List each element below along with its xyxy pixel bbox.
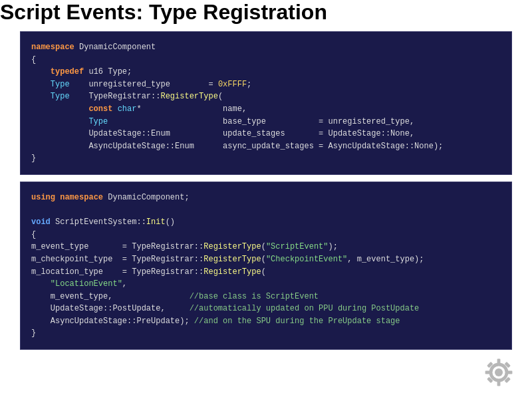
svg-rect-3 bbox=[485, 371, 491, 374]
code-text-2: using namespace DynamicComponent; void S… bbox=[31, 192, 501, 340]
svg-rect-2 bbox=[497, 380, 501, 386]
gear-icon bbox=[479, 352, 519, 392]
code-block-1: namespace DynamicComponent { typedef u16… bbox=[20, 31, 512, 175]
code-text-1: namespace DynamicComponent { typedef u16… bbox=[31, 41, 501, 165]
page-title: Script Events: Type Registration bbox=[0, 0, 532, 25]
svg-rect-1 bbox=[497, 359, 501, 364]
content-area: namespace DynamicComponent { typedef u16… bbox=[0, 25, 532, 356]
code-block-2: using namespace DynamicComponent; void S… bbox=[20, 182, 512, 350]
svg-rect-4 bbox=[507, 371, 512, 374]
title-text: Script Events: Type Registration bbox=[0, 0, 532, 25]
svg-point-0 bbox=[495, 368, 503, 376]
